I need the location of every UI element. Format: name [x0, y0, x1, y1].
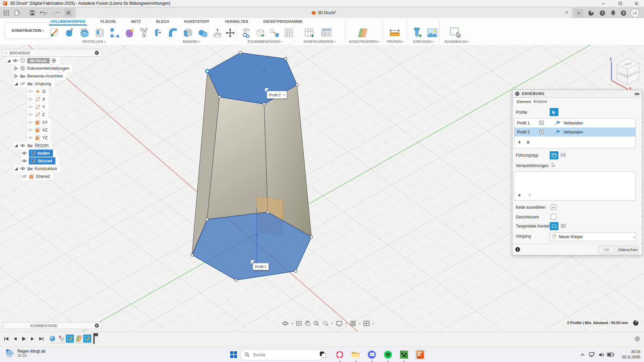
tab-netz[interactable]: NETZ: [131, 18, 141, 25]
timeline-step-forward-button[interactable]: [29, 335, 36, 343]
tab-close-icon[interactable]: ✕: [565, 10, 568, 15]
view-cube[interactable]: Z X OBEN VORNE RECHTS: [599, 50, 644, 91]
visibility-eye-off-icon[interactable]: [21, 174, 27, 178]
combine-icon[interactable]: [197, 27, 209, 39]
minimize-button[interactable]: [597, 0, 610, 7]
visibility-eye-icon[interactable]: [21, 159, 27, 163]
tree-row-plane-xz[interactable]: XZ: [2, 126, 102, 134]
remove-profile-button[interactable]: ✕: [526, 140, 530, 145]
dialog-pin-icon[interactable]: ▶▶: [635, 92, 639, 96]
pattern-icon[interactable]: [109, 27, 121, 39]
tree-row-ursprung[interactable]: Ursprung: [2, 80, 102, 88]
timeline-position-marker[interactable]: [93, 333, 98, 345]
comments-bar[interactable]: KOMMENTARE: [3, 322, 102, 329]
dialog-tab-analyse[interactable]: Analyse: [530, 98, 550, 105]
display-settings-icon[interactable]: [336, 321, 343, 326]
tree-row-dokumenteinstellungen[interactable]: Dokumenteinstellungen: [2, 64, 102, 72]
expanded-icon[interactable]: [14, 167, 18, 171]
notifications-icon[interactable]: [609, 9, 617, 17]
tangentiale-separate-button[interactable]: [559, 222, 567, 229]
add-rail-button[interactable]: +: [518, 192, 521, 198]
timeline-skip-end-button[interactable]: [38, 335, 45, 343]
tab-kunststoff[interactable]: KUNSTSTOFF: [184, 18, 210, 25]
group-aendern[interactable]: ÄNDERN▾: [175, 39, 208, 44]
browser-header[interactable]: « BROWSER: [2, 49, 102, 57]
offset-face-icon[interactable]: [211, 27, 224, 39]
volume-icon[interactable]: [597, 349, 605, 360]
geschlossen-checkbox[interactable]: [551, 214, 556, 220]
new-tab-button[interactable]: +: [575, 9, 583, 17]
zoom-window-icon[interactable]: [323, 320, 329, 326]
timeline-feature-failed-box[interactable]: [58, 334, 66, 343]
viewports-icon[interactable]: [363, 321, 369, 326]
group-konfigurieren[interactable]: KONFIGURIEREN▾: [299, 39, 340, 44]
timeline-feature-form[interactable]: [48, 334, 56, 343]
group-zusammenfuegen[interactable]: ZUSAMMENFÜGEN▾: [241, 39, 288, 44]
minecraft-icon[interactable]: [399, 349, 409, 360]
redo-icon[interactable]: ▾: [52, 9, 60, 17]
tree-row-axis-x[interactable]: X: [2, 95, 102, 103]
joint-icon[interactable]: [268, 27, 281, 39]
group-auswaehlen[interactable]: AUSWÄHLEN▾: [438, 39, 476, 44]
tree-row-plane-yz[interactable]: YZ: [2, 134, 102, 142]
chain-link-icon[interactable]: [240, 27, 252, 39]
undo-icon[interactable]: ▾: [40, 9, 48, 17]
extensions-icon[interactable]: [587, 9, 595, 17]
move-icon[interactable]: [224, 27, 236, 39]
tree-row-axis-z[interactable]: Z: [2, 111, 102, 118]
konfigurationstabelle-icon[interactable]: [320, 27, 333, 39]
job-status-icon[interactable]: [598, 9, 607, 17]
fusion-taskbar-icon[interactable]: [415, 349, 426, 360]
new-component-icon[interactable]: [254, 27, 266, 39]
tree-row-skizzen[interactable]: Skizzen: [2, 142, 102, 149]
profile-select-button[interactable]: [550, 108, 558, 116]
avatar[interactable]: LS: [631, 9, 639, 17]
tab-verwalten[interactable]: VERWALTEN: [225, 18, 248, 25]
expanded-icon[interactable]: [14, 82, 18, 86]
visibility-eye-icon[interactable]: [20, 167, 26, 170]
viewport-3d[interactable]: Profil 2 ▾ Profil 1 Z X OBEN VORNE RECHT…: [0, 45, 644, 331]
revolve-icon[interactable]: [79, 27, 91, 39]
tab-blech[interactable]: BLECH: [156, 18, 169, 25]
profil2-center-point[interactable]: [263, 70, 265, 72]
shell-icon[interactable]: [182, 27, 194, 39]
timeline-skip-start-button[interactable]: [3, 335, 10, 343]
vorgang-dropdown[interactable]: Neuer Körper ▾: [550, 232, 636, 241]
profil2-callout[interactable]: Profil 2 ▾: [267, 91, 287, 99]
timeline-feature-sketch4[interactable]: [83, 334, 91, 343]
search-box[interactable]: [240, 349, 324, 360]
timeline-play-button[interactable]: [20, 335, 28, 343]
grid-settings-icon[interactable]: [350, 320, 356, 326]
canvas-image-icon[interactable]: [426, 27, 438, 39]
fuehrungstyp-centerline-button[interactable]: [559, 151, 567, 159]
tree-row-konstruktion[interactable]: Konstruktion: [2, 165, 102, 172]
construction-plane-icon[interactable]: [357, 27, 369, 39]
network-icon[interactable]: [588, 349, 596, 360]
visibility-eye-dim-icon[interactable]: [28, 97, 33, 101]
tree-row-3d-druck[interactable]: 3D Druck: [2, 57, 102, 64]
measure-icon[interactable]: [389, 27, 401, 39]
look-at-icon[interactable]: [296, 321, 302, 326]
rails-list-box[interactable]: + ✕: [514, 171, 636, 201]
extrude-icon[interactable]: [63, 27, 76, 39]
document-tab[interactable]: 3D Druck* ✕: [76, 8, 572, 18]
help-icon[interactable]: ?: [619, 9, 628, 17]
opera-gx-icon[interactable]: [334, 349, 345, 360]
collapse-browser-icon[interactable]: «: [5, 51, 7, 55]
profil1-callout[interactable]: Profil 1: [253, 263, 269, 270]
pipe-icon[interactable]: [138, 27, 150, 39]
timeline-feature-sketch-boden[interactable]: [66, 334, 74, 343]
group-pruefen[interactable]: PRÜFEN▾: [382, 39, 408, 44]
tray-chevron-icon[interactable]: [579, 349, 587, 360]
visibility-eye-dim-icon[interactable]: [28, 105, 33, 109]
press-pull-icon[interactable]: [152, 27, 164, 39]
tree-row-ebene2[interactable]: Ebene2: [2, 172, 102, 180]
tree-row-skizze4[interactable]: Skizze4: [2, 157, 102, 165]
tangentiale-merged-button[interactable]: [550, 222, 558, 230]
profile-row-1[interactable]: Profil 1 Verbunden: [514, 118, 635, 127]
create-sketch-icon[interactable]: [48, 27, 60, 39]
save-icon[interactable]: [28, 9, 36, 17]
fuehrungstyp-rails-button[interactable]: [550, 151, 558, 159]
kette-checkbox[interactable]: ✓: [551, 204, 556, 210]
zoom-icon[interactable]: [313, 320, 319, 326]
